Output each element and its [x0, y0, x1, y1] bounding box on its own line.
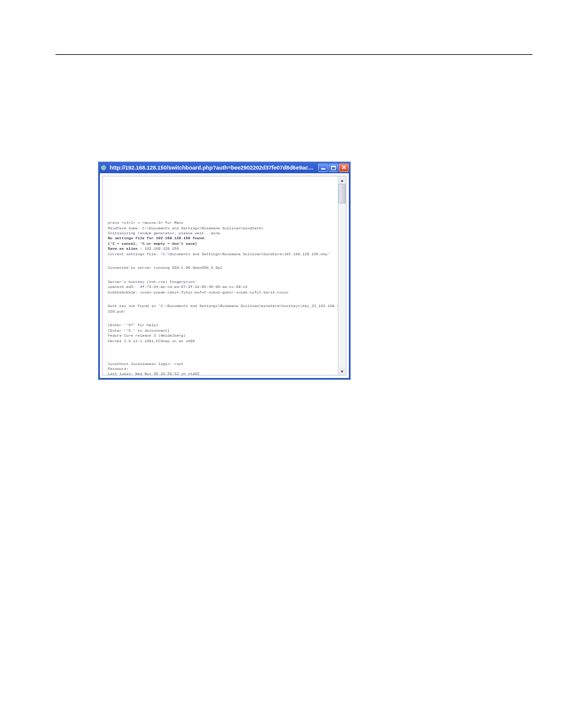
term-line: Connected to server running SSH-1.99-Ope… — [108, 266, 223, 270]
term-line-bold: No settings file for 192.168.128.150 fou… — [108, 236, 206, 240]
scroll-up-button[interactable]: ▲ — [338, 176, 346, 184]
term-line: Kernel 2.6.12-1.1381_FC3smp on an i686 — [108, 339, 195, 343]
term-line: MindTerm home: C:\Documents and Settings… — [108, 226, 264, 231]
term-line-bold: ('C = cancel, '% or empty = don't save) — [108, 242, 197, 246]
term-line: Last login: Wed Nov 30 15:59:52 on vtp02 — [108, 372, 200, 375]
svg-point-0 — [101, 165, 107, 171]
term-line: Password: — [108, 367, 128, 371]
scroll-track[interactable] — [338, 184, 346, 367]
ie-icon — [100, 164, 107, 171]
applet-panel: press <ctrl> + <mouse-3> for Menu MindTe… — [102, 176, 346, 376]
scroll-thumb[interactable] — [338, 184, 346, 203]
terminal-output[interactable]: press <ctrl> + <mouse-3> for Menu MindTe… — [103, 176, 338, 375]
term-line: [Enter ''%?' for help] — [108, 323, 158, 327]
term-line: Current settings file: 'C:\Documents and… — [108, 252, 330, 257]
term-line: 150.pub' — [108, 310, 126, 314]
document-page: http://192.168.128.150/switchboard.php?a… — [0, 0, 588, 706]
term-line: press <ctrl> + <mouse-3> for Menu — [108, 221, 184, 225]
minimize-icon — [321, 168, 325, 170]
close-button[interactable]: ✕ — [339, 163, 349, 172]
term-line: 192.168.128.150 — [144, 247, 179, 251]
minimize-button[interactable] — [318, 163, 328, 172]
term-line: [Enter ''%.' to disconnect] — [108, 329, 169, 333]
header-rule — [55, 54, 533, 55]
window-titlebar[interactable]: http://192.168.128.150/switchboard.php?a… — [99, 162, 350, 173]
term-line: localhost.localdomain login: root — [108, 362, 184, 366]
term-line: openssh md5: 4f:73:04:eb:cd:ea:07:3f:2d:… — [108, 285, 248, 289]
window-client-area: press <ctrl> + <mouse-3> for Menu MindTe… — [99, 173, 350, 379]
scroll-down-button[interactable]: ▼ — [338, 367, 346, 375]
term-line: Fedora Core release 3 (Heidelberg) — [108, 334, 186, 338]
term-line: bubblebubble: xucas-pupab-cabys-fyhys-mo… — [108, 290, 288, 295]
browser-window: http://192.168.128.150/switchboard.php?a… — [99, 162, 350, 379]
maximize-icon — [331, 166, 336, 170]
maximize-button[interactable] — [329, 163, 338, 172]
scrollbar[interactable]: ▲ ▼ — [338, 176, 346, 375]
term-line-bold: Save as alias : — [108, 247, 144, 251]
term-line: Host key not found in 'C:\Documents and … — [108, 304, 338, 308]
close-icon: ✕ — [341, 165, 346, 171]
window-title: http://192.168.128.150/switchboard.php?a… — [110, 165, 316, 171]
term-line: Server's hostkey (ssh-rsa) fingerprint: — [108, 280, 197, 284]
term-line: Initializing random generator, please wa… — [108, 231, 220, 236]
